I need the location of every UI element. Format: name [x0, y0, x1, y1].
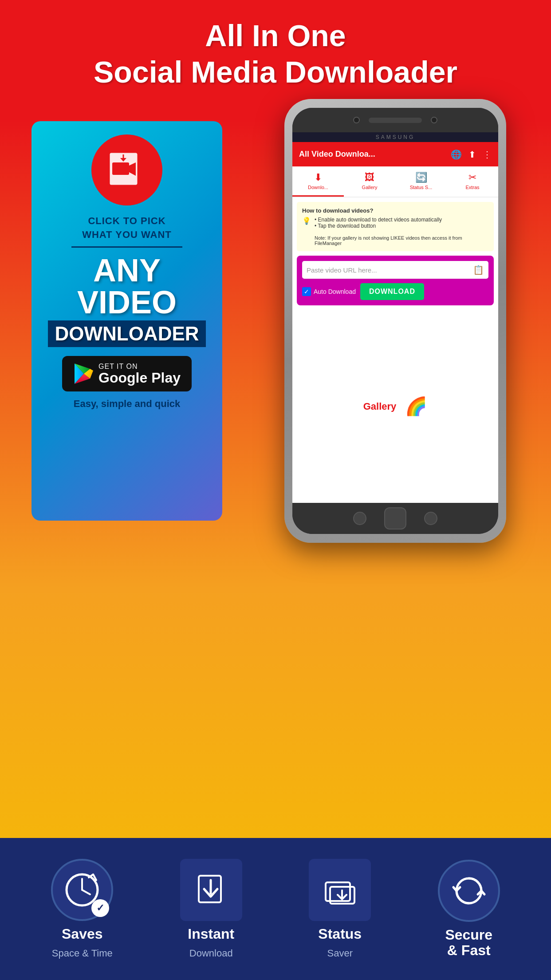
globe-icon[interactable]: 🌐 — [451, 149, 462, 160]
auto-download-check[interactable]: ✓ Auto Download — [302, 287, 356, 296]
toolbar-icons: 🌐 ⬆ ⋮ — [451, 149, 492, 160]
feature-secure-icon — [438, 860, 500, 922]
main-background: All In One Social Media Downloader — [0, 0, 551, 980]
header-title: All In One Social Media Downloader — [94, 18, 457, 90]
phone-top-bar — [292, 108, 498, 132]
phone-bottom-bar — [292, 503, 498, 534]
tab-extras[interactable]: ✂ Extras — [447, 166, 498, 197]
secure-svg — [451, 873, 487, 909]
back-button[interactable] — [353, 512, 366, 525]
video-text: VIDEO — [77, 286, 177, 318]
download-tab-icon: ⬇ — [314, 172, 322, 183]
front-camera — [353, 117, 360, 123]
download-arrow-svg — [194, 873, 228, 907]
info-bullet-1: • Enable auto download to detect videos … — [315, 217, 488, 223]
saves-label-sub: Space & Time — [52, 948, 113, 959]
feature-download: Instant Download — [162, 859, 260, 959]
app-icon-svg — [102, 150, 151, 190]
extras-tab-label: Extras — [465, 185, 479, 190]
share-icon[interactable]: ⬆ — [468, 149, 476, 160]
phone-mockup: SAMSUNG All Video Downloa... 🌐 ⬆ ⋮ — [284, 99, 506, 543]
gallery-tab-label: Gallery — [362, 185, 378, 190]
click-to-pick-text: CLICK TO PICKWHAT YOU WANT — [82, 214, 172, 242]
svg-rect-2 — [112, 162, 129, 175]
google-play-icon — [73, 363, 93, 385]
status-label-sub: Saver — [327, 948, 353, 959]
info-content: • Enable auto download to detect videos … — [315, 217, 488, 246]
info-box: How to download videos? 💡 • Enable auto … — [297, 202, 494, 251]
app-banner: CLICK TO PICKWHAT YOU WANT ANY VIDEO DOW… — [31, 121, 222, 521]
info-title: How to download videos? — [302, 207, 488, 214]
url-actions: ✓ Auto Download DOWNLOAD — [302, 283, 488, 300]
toolbar-title: All Video Downloa... — [299, 150, 446, 159]
tab-gallery[interactable]: 🖼 Gallery — [344, 166, 395, 197]
home-button[interactable] — [384, 507, 406, 530]
gallery-tab-icon: 🖼 — [365, 172, 374, 183]
tab-status[interactable]: 🔄 Status S... — [395, 166, 447, 197]
auto-download-label: Auto Download — [314, 288, 356, 295]
app-tabs: ⬇ Downlo... 🖼 Gallery 🔄 Status S... — [292, 166, 498, 198]
more-icon[interactable]: ⋮ — [483, 149, 492, 160]
instant-label-sub: Download — [189, 948, 233, 959]
google-play-button[interactable]: GET IT ON Google Play — [62, 356, 192, 391]
download-button[interactable]: DOWNLOAD — [360, 283, 424, 300]
folder-svg — [323, 873, 357, 907]
info-bullet-2: • Tap the download button — [315, 223, 488, 229]
url-input-row[interactable]: Paste video URL here... 📋 — [302, 261, 488, 279]
bulb-icon: 💡 — [302, 217, 311, 225]
tab-download[interactable]: ⬇ Downlo... — [292, 166, 344, 197]
phone-outer: SAMSUNG All Video Downloa... 🌐 ⬆ ⋮ — [284, 99, 506, 543]
gallery-icon: 🌈 — [405, 396, 427, 417]
svg-line-12 — [82, 890, 90, 894]
samsung-label: SAMSUNG — [292, 132, 498, 142]
feature-saves-icon: ✓ — [51, 859, 113, 921]
speaker-grille — [369, 118, 422, 123]
feature-download-icon — [180, 859, 242, 921]
instant-label-main: Instant — [188, 926, 234, 942]
phone-app-container: CLICK TO PICKWHAT YOU WANT ANY VIDEO DOW… — [31, 99, 520, 587]
feature-status: Status Saver — [291, 859, 389, 959]
title-line1: All In One — [205, 19, 346, 52]
gallery-label: Gallery — [363, 401, 397, 412]
phone-inner: SAMSUNG All Video Downloa... 🌐 ⬆ ⋮ — [292, 108, 498, 534]
feature-secure: Secure & Fast — [420, 860, 518, 958]
feature-status-icon — [309, 859, 371, 921]
features-strip: ✓ Saves Space & Time Instant Download — [0, 838, 551, 980]
extras-tab-icon: ✂ — [468, 172, 476, 183]
url-section: Paste video URL here... 📋 ✓ Auto Downloa… — [297, 256, 494, 305]
divider — [71, 246, 182, 248]
download-tab-label: Downlo... — [308, 185, 328, 190]
tagline-text: Easy, simple and quick — [74, 398, 180, 410]
status-label-main: Status — [318, 926, 362, 942]
checkbox-icon: ✓ — [302, 287, 311, 296]
app-icon-circle — [91, 134, 162, 205]
google-play-label: Google Play — [98, 371, 181, 385]
recents-button[interactable] — [424, 512, 437, 525]
saves-label-main: Saves — [62, 926, 103, 942]
url-input[interactable]: Paste video URL here... — [307, 266, 473, 274]
any-text: ANY — [93, 254, 161, 286]
status-tab-icon: 🔄 — [415, 172, 427, 183]
title-line2: Social Media Downloader — [94, 55, 457, 89]
app-toolbar: All Video Downloa... 🌐 ⬆ ⋮ — [292, 142, 498, 166]
app-screen: All Video Downloa... 🌐 ⬆ ⋮ ⬇ Downl — [292, 142, 498, 503]
feature-saves: ✓ Saves Space & Time — [33, 859, 131, 959]
gallery-section[interactable]: Gallery 🌈 — [292, 310, 498, 503]
google-play-text-block: GET IT ON Google Play — [98, 363, 181, 385]
downloader-text: DOWNLOADER — [48, 320, 205, 347]
secure-label-main: Secure & Fast — [445, 927, 492, 958]
checkmark-overlay: ✓ — [91, 899, 109, 917]
rear-camera — [431, 117, 437, 123]
paste-icon[interactable]: 📋 — [473, 265, 484, 275]
info-note: Note: If your gallery is not showing LIK… — [315, 235, 488, 246]
status-tab-label: Status S... — [410, 185, 433, 190]
